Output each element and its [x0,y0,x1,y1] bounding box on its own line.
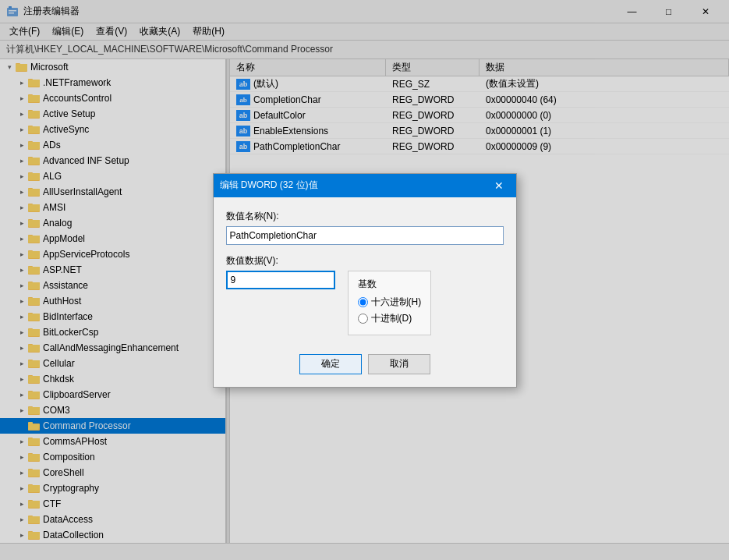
radio-hex[interactable] [358,297,368,307]
dialog-close-button[interactable]: ✕ [488,177,510,194]
dialog-base-label: 基数 [358,278,422,291]
radio-dec-label: 十进制(D) [371,312,412,325]
modal-overlay: 编辑 DWORD (32 位)值 ✕ 数值名称(N): 数值数据(V): 基数 … [0,0,729,560]
dialog-body: 数值名称(N): 数值数据(V): 基数 十六进制(H) 十进制(D) [214,197,516,348]
edit-dword-dialog: 编辑 DWORD (32 位)值 ✕ 数值名称(N): 数值数据(V): 基数 … [213,173,517,388]
radio-hex-row: 十六进制(H) [358,296,422,309]
dialog-data-label: 数值数据(V): [226,254,504,268]
dialog-cancel-button[interactable]: 取消 [368,354,430,374]
dialog-title: 编辑 DWORD (32 位)值 [220,179,318,192]
radio-dec-row: 十进制(D) [358,312,422,325]
dialog-titlebar: 编辑 DWORD (32 位)值 ✕ [214,174,516,197]
radio-hex-label: 十六进制(H) [371,296,422,309]
dialog-name-label: 数值名称(N): [226,210,504,223]
dialog-name-input[interactable] [226,226,504,245]
dialog-data-row: 基数 十六进制(H) 十进制(D) [226,271,504,335]
dialog-footer: 确定 取消 [214,348,516,387]
dialog-base-group: 基数 十六进制(H) 十进制(D) [348,271,432,335]
dialog-data-input[interactable] [226,271,335,289]
radio-dec[interactable] [358,314,368,324]
dialog-ok-button[interactable]: 确定 [299,354,362,374]
